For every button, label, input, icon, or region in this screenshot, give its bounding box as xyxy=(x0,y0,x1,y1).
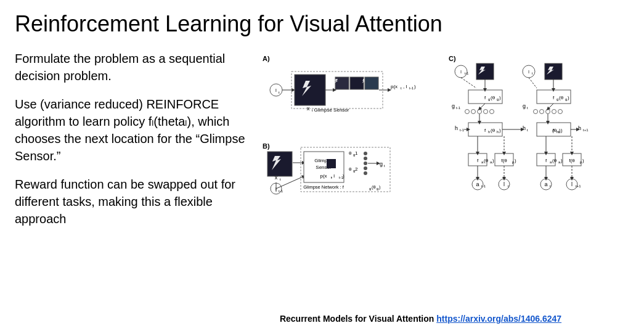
svg-point-89 xyxy=(471,110,475,114)
svg-text:t: t xyxy=(384,164,385,168)
svg-text:t-1: t-1 xyxy=(409,86,414,90)
svg-point-91 xyxy=(483,110,487,114)
svg-text:(θ: (θ xyxy=(559,95,564,100)
svg-rect-67 xyxy=(476,63,494,80)
svg-point-51 xyxy=(364,161,367,165)
svg-text:f(θ: f(θ xyxy=(569,158,575,163)
svg-text:): ) xyxy=(561,128,563,133)
svg-text:(θ: (θ xyxy=(552,128,557,133)
svg-text:h: h xyxy=(523,125,526,131)
svg-line-162 xyxy=(479,104,485,109)
svg-point-50 xyxy=(364,157,367,160)
svg-text:g: g xyxy=(377,187,378,190)
svg-text:h: h xyxy=(558,130,560,134)
svg-text:g: g xyxy=(452,103,455,109)
svg-text:): ) xyxy=(515,158,516,163)
svg-text:t-1: t-1 xyxy=(481,184,486,188)
svg-text:θ: θ xyxy=(349,166,352,172)
svg-text:Glimpse Network : f: Glimpse Network : f xyxy=(303,184,344,190)
paragraph-2: Use (variance reduced) REINFORCE algorit… xyxy=(15,96,249,165)
paragraph-3: Reward function can be swapped out for d… xyxy=(15,176,249,227)
svg-text:): ) xyxy=(499,95,501,100)
svg-text:h: h xyxy=(488,130,490,134)
svg-text:Glimpse Sensor: Glimpse Sensor xyxy=(314,107,349,113)
svg-text:): ) xyxy=(343,173,344,179)
svg-rect-37 xyxy=(327,159,336,168)
caption-link[interactable]: https://arxiv.org/abs/1406.6247 xyxy=(436,314,561,324)
svg-text:C): C) xyxy=(449,55,456,62)
svg-point-95 xyxy=(533,110,537,114)
svg-text:): ) xyxy=(582,158,584,163)
svg-text:B): B) xyxy=(263,142,270,150)
svg-point-52 xyxy=(364,166,367,170)
svg-text:t: t xyxy=(527,128,528,132)
svg-text:(θ: (θ xyxy=(491,128,495,133)
svg-text:g: g xyxy=(488,97,490,101)
svg-text:g: g xyxy=(565,97,567,101)
svg-text:(θ: (θ xyxy=(552,158,557,163)
svg-text:2: 2 xyxy=(355,166,358,172)
svg-text:x: x xyxy=(274,174,277,181)
svg-text:g: g xyxy=(523,103,526,109)
caption-area: Recurrent Models for Visual Attention ht… xyxy=(210,314,632,324)
svg-text:f(θ: f(θ xyxy=(501,158,507,163)
page-container: Reinforcement Learning for Visual Attent… xyxy=(0,0,644,331)
diagram-area: A) l t xyxy=(249,50,629,253)
svg-text:, l: , l xyxy=(330,173,334,179)
svg-text:h: h xyxy=(578,125,581,131)
svg-text:A): A) xyxy=(263,55,270,62)
svg-text:): ) xyxy=(499,128,501,133)
svg-text:t: t xyxy=(401,86,402,90)
svg-text:t: t xyxy=(527,106,528,110)
svg-text:(θ: (θ xyxy=(484,158,489,163)
svg-text:): ) xyxy=(492,158,494,163)
content-area: Formulate the problem as a sequential de… xyxy=(15,50,629,253)
left-text-panel: Formulate the problem as a sequential de… xyxy=(15,50,249,227)
svg-text:l: l xyxy=(571,181,573,187)
svg-text:(θ: (θ xyxy=(372,184,376,190)
page-title: Reinforcement Learning for Visual Attent… xyxy=(15,11,629,36)
svg-text:l: l xyxy=(503,181,505,187)
svg-text:h: h xyxy=(455,125,458,131)
svg-rect-5 xyxy=(295,75,325,105)
svg-text:): ) xyxy=(379,184,381,190)
svg-point-99 xyxy=(558,110,562,114)
svg-text:g: g xyxy=(380,161,383,167)
svg-text:t: t xyxy=(280,178,281,181)
caption-text: Recurrent Models for Visual Attention xyxy=(280,314,436,324)
svg-text:g: g xyxy=(369,187,371,190)
svg-text:1: 1 xyxy=(355,150,358,156)
svg-text:t-1: t-1 xyxy=(465,72,468,75)
svg-text:l: l xyxy=(275,88,277,93)
svg-text:a: a xyxy=(544,181,547,187)
svg-point-97 xyxy=(545,110,550,114)
svg-text:p(x: p(x xyxy=(320,173,327,179)
svg-rect-24 xyxy=(267,152,292,176)
svg-text:θ: θ xyxy=(349,150,352,156)
svg-point-98 xyxy=(552,110,556,114)
svg-point-49 xyxy=(364,152,367,155)
svg-rect-12 xyxy=(365,77,378,89)
svg-text:): ) xyxy=(568,95,569,100)
svg-text:t-1: t-1 xyxy=(279,189,283,193)
paragraph-1: Formulate the problem as a sequential de… xyxy=(15,50,249,84)
architecture-diagram: A) l t xyxy=(258,50,627,253)
svg-text:(θ: (θ xyxy=(491,95,495,100)
svg-text:h: h xyxy=(497,130,499,134)
svg-text:t+1: t+1 xyxy=(583,128,589,132)
svg-point-90 xyxy=(477,110,481,114)
svg-line-169 xyxy=(529,78,537,88)
svg-text:t+1: t+1 xyxy=(576,184,581,188)
svg-text:g: g xyxy=(556,97,558,101)
svg-point-96 xyxy=(539,110,544,114)
svg-rect-10 xyxy=(350,77,364,89)
svg-text:t-1: t-1 xyxy=(460,128,465,132)
svg-text:t-1: t-1 xyxy=(456,106,461,110)
svg-point-88 xyxy=(465,110,469,114)
svg-line-163 xyxy=(548,104,553,109)
svg-text:a: a xyxy=(476,181,479,187)
svg-text:t: t xyxy=(312,108,313,112)
svg-point-92 xyxy=(489,110,494,114)
svg-point-53 xyxy=(364,171,367,175)
svg-text:, l: , l xyxy=(403,84,407,89)
